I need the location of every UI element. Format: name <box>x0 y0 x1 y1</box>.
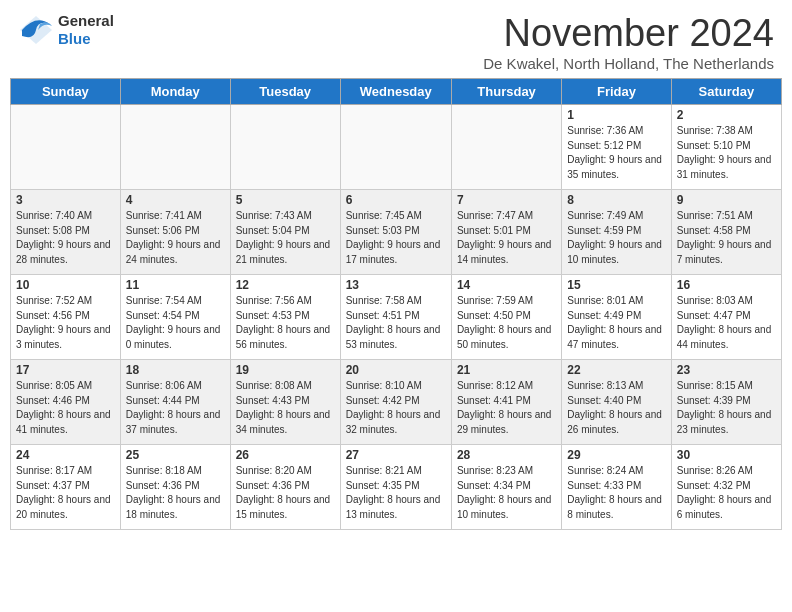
day-info: Sunrise: 7:56 AMSunset: 4:53 PMDaylight:… <box>236 294 335 352</box>
day-number: 26 <box>236 448 335 462</box>
calendar-day-header: Saturday <box>671 79 781 105</box>
day-number: 6 <box>346 193 446 207</box>
calendar-day-header: Monday <box>120 79 230 105</box>
logo-blue: Blue <box>58 30 114 48</box>
day-info: Sunrise: 8:08 AMSunset: 4:43 PMDaylight:… <box>236 379 335 437</box>
day-number: 29 <box>567 448 665 462</box>
calendar-cell <box>11 105 121 190</box>
calendar-cell: 7Sunrise: 7:47 AMSunset: 5:01 PMDaylight… <box>451 190 561 275</box>
day-info: Sunrise: 7:38 AMSunset: 5:10 PMDaylight:… <box>677 124 776 182</box>
calendar-week-row: 10Sunrise: 7:52 AMSunset: 4:56 PMDayligh… <box>11 275 782 360</box>
day-number: 25 <box>126 448 225 462</box>
day-info: Sunrise: 8:23 AMSunset: 4:34 PMDaylight:… <box>457 464 556 522</box>
day-info: Sunrise: 7:58 AMSunset: 4:51 PMDaylight:… <box>346 294 446 352</box>
day-number: 8 <box>567 193 665 207</box>
location-title: De Kwakel, North Holland, The Netherland… <box>483 55 774 72</box>
calendar-cell: 28Sunrise: 8:23 AMSunset: 4:34 PMDayligh… <box>451 445 561 530</box>
calendar-cell: 30Sunrise: 8:26 AMSunset: 4:32 PMDayligh… <box>671 445 781 530</box>
day-info: Sunrise: 7:59 AMSunset: 4:50 PMDaylight:… <box>457 294 556 352</box>
calendar-cell <box>451 105 561 190</box>
calendar-table: SundayMondayTuesdayWednesdayThursdayFrid… <box>10 78 782 530</box>
day-info: Sunrise: 7:43 AMSunset: 5:04 PMDaylight:… <box>236 209 335 267</box>
day-number: 18 <box>126 363 225 377</box>
day-info: Sunrise: 7:47 AMSunset: 5:01 PMDaylight:… <box>457 209 556 267</box>
day-info: Sunrise: 7:52 AMSunset: 4:56 PMDaylight:… <box>16 294 115 352</box>
logo: General Blue <box>18 12 114 48</box>
day-info: Sunrise: 8:12 AMSunset: 4:41 PMDaylight:… <box>457 379 556 437</box>
day-info: Sunrise: 8:26 AMSunset: 4:32 PMDaylight:… <box>677 464 776 522</box>
calendar-cell: 25Sunrise: 8:18 AMSunset: 4:36 PMDayligh… <box>120 445 230 530</box>
day-info: Sunrise: 7:40 AMSunset: 5:08 PMDaylight:… <box>16 209 115 267</box>
day-number: 24 <box>16 448 115 462</box>
calendar-week-row: 17Sunrise: 8:05 AMSunset: 4:46 PMDayligh… <box>11 360 782 445</box>
calendar-cell <box>230 105 340 190</box>
day-number: 9 <box>677 193 776 207</box>
calendar-week-row: 24Sunrise: 8:17 AMSunset: 4:37 PMDayligh… <box>11 445 782 530</box>
day-info: Sunrise: 8:18 AMSunset: 4:36 PMDaylight:… <box>126 464 225 522</box>
day-number: 3 <box>16 193 115 207</box>
calendar-cell: 12Sunrise: 7:56 AMSunset: 4:53 PMDayligh… <box>230 275 340 360</box>
calendar-cell: 22Sunrise: 8:13 AMSunset: 4:40 PMDayligh… <box>562 360 671 445</box>
day-number: 4 <box>126 193 225 207</box>
day-number: 14 <box>457 278 556 292</box>
day-info: Sunrise: 8:20 AMSunset: 4:36 PMDaylight:… <box>236 464 335 522</box>
day-number: 1 <box>567 108 665 122</box>
logo-general: General <box>58 12 114 30</box>
day-info: Sunrise: 8:10 AMSunset: 4:42 PMDaylight:… <box>346 379 446 437</box>
day-number: 21 <box>457 363 556 377</box>
calendar-day-header: Wednesday <box>340 79 451 105</box>
calendar-day-header: Sunday <box>11 79 121 105</box>
day-number: 28 <box>457 448 556 462</box>
calendar-cell: 14Sunrise: 7:59 AMSunset: 4:50 PMDayligh… <box>451 275 561 360</box>
calendar-day-header: Tuesday <box>230 79 340 105</box>
day-number: 23 <box>677 363 776 377</box>
calendar-cell: 10Sunrise: 7:52 AMSunset: 4:56 PMDayligh… <box>11 275 121 360</box>
calendar-cell: 11Sunrise: 7:54 AMSunset: 4:54 PMDayligh… <box>120 275 230 360</box>
calendar-cell: 19Sunrise: 8:08 AMSunset: 4:43 PMDayligh… <box>230 360 340 445</box>
day-number: 20 <box>346 363 446 377</box>
day-info: Sunrise: 8:05 AMSunset: 4:46 PMDaylight:… <box>16 379 115 437</box>
calendar-cell: 13Sunrise: 7:58 AMSunset: 4:51 PMDayligh… <box>340 275 451 360</box>
calendar-cell: 26Sunrise: 8:20 AMSunset: 4:36 PMDayligh… <box>230 445 340 530</box>
day-info: Sunrise: 7:49 AMSunset: 4:59 PMDaylight:… <box>567 209 665 267</box>
calendar-cell: 5Sunrise: 7:43 AMSunset: 5:04 PMDaylight… <box>230 190 340 275</box>
day-number: 19 <box>236 363 335 377</box>
day-info: Sunrise: 8:17 AMSunset: 4:37 PMDaylight:… <box>16 464 115 522</box>
day-info: Sunrise: 7:41 AMSunset: 5:06 PMDaylight:… <box>126 209 225 267</box>
calendar-header-row: SundayMondayTuesdayWednesdayThursdayFrid… <box>11 79 782 105</box>
calendar-cell: 4Sunrise: 7:41 AMSunset: 5:06 PMDaylight… <box>120 190 230 275</box>
day-info: Sunrise: 7:45 AMSunset: 5:03 PMDaylight:… <box>346 209 446 267</box>
calendar-cell: 21Sunrise: 8:12 AMSunset: 4:41 PMDayligh… <box>451 360 561 445</box>
day-number: 17 <box>16 363 115 377</box>
day-number: 13 <box>346 278 446 292</box>
calendar-cell: 23Sunrise: 8:15 AMSunset: 4:39 PMDayligh… <box>671 360 781 445</box>
day-info: Sunrise: 8:13 AMSunset: 4:40 PMDaylight:… <box>567 379 665 437</box>
calendar-cell: 2Sunrise: 7:38 AMSunset: 5:10 PMDaylight… <box>671 105 781 190</box>
calendar-day-header: Friday <box>562 79 671 105</box>
day-number: 10 <box>16 278 115 292</box>
day-number: 2 <box>677 108 776 122</box>
calendar-cell: 6Sunrise: 7:45 AMSunset: 5:03 PMDaylight… <box>340 190 451 275</box>
calendar-cell: 18Sunrise: 8:06 AMSunset: 4:44 PMDayligh… <box>120 360 230 445</box>
calendar-week-row: 3Sunrise: 7:40 AMSunset: 5:08 PMDaylight… <box>11 190 782 275</box>
calendar-cell: 1Sunrise: 7:36 AMSunset: 5:12 PMDaylight… <box>562 105 671 190</box>
day-number: 7 <box>457 193 556 207</box>
month-title: November 2024 <box>483 12 774 55</box>
logo-icon <box>18 12 54 48</box>
calendar-cell: 17Sunrise: 8:05 AMSunset: 4:46 PMDayligh… <box>11 360 121 445</box>
calendar-day-header: Thursday <box>451 79 561 105</box>
calendar-wrap: SundayMondayTuesdayWednesdayThursdayFrid… <box>0 78 792 540</box>
day-number: 15 <box>567 278 665 292</box>
calendar-cell: 15Sunrise: 8:01 AMSunset: 4:49 PMDayligh… <box>562 275 671 360</box>
calendar-cell: 29Sunrise: 8:24 AMSunset: 4:33 PMDayligh… <box>562 445 671 530</box>
day-number: 5 <box>236 193 335 207</box>
day-number: 12 <box>236 278 335 292</box>
calendar-cell <box>120 105 230 190</box>
calendar-cell: 20Sunrise: 8:10 AMSunset: 4:42 PMDayligh… <box>340 360 451 445</box>
day-number: 22 <box>567 363 665 377</box>
calendar-week-row: 1Sunrise: 7:36 AMSunset: 5:12 PMDaylight… <box>11 105 782 190</box>
calendar-cell <box>340 105 451 190</box>
day-info: Sunrise: 8:24 AMSunset: 4:33 PMDaylight:… <box>567 464 665 522</box>
day-number: 11 <box>126 278 225 292</box>
day-info: Sunrise: 8:03 AMSunset: 4:47 PMDaylight:… <box>677 294 776 352</box>
